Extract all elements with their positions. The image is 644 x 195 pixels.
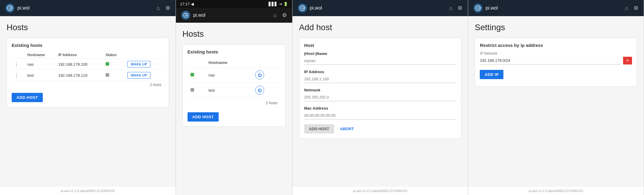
- status-signal: ▋▋▋ ⇥ 🔋: [269, 2, 288, 6]
- add-host-card: Host (Host-)Name IP Address Netmask: [299, 38, 462, 139]
- app-title-4: pi.wol: [485, 5, 498, 11]
- mobile-hosts-table: Hostname nas ⏻ test: [188, 58, 281, 108]
- hosts-card-1: Existing hosts Hostname IP Address Statu…: [7, 38, 169, 107]
- host-count-row-1: 2 hosts: [12, 81, 164, 89]
- mac-input[interactable]: [304, 112, 456, 119]
- col-hostname-1: Hostname: [25, 51, 56, 59]
- status-dot-test: [106, 73, 109, 77]
- app-logo-3: [298, 4, 307, 13]
- ip-network-row: ✕: [480, 57, 632, 65]
- wake-up-nas-button[interactable]: WAKE UP: [127, 61, 150, 67]
- page-title-mobile: Hosts: [182, 29, 286, 39]
- mac-field-group: Mac Address: [304, 106, 456, 119]
- content-3: Add host Host (Host-)Name IP Address Net…: [293, 16, 468, 186]
- col-status-m: [188, 58, 205, 67]
- add-host-button-1[interactable]: ADD HOST: [12, 93, 43, 102]
- page-title-3: Add host: [299, 23, 462, 32]
- topbar-3: pi.wol ⌂ ⚙: [293, 0, 468, 16]
- row-menu-test[interactable]: ⋮: [14, 73, 19, 78]
- host-ip-test: 192.168.178.110: [56, 70, 103, 81]
- abort-button[interactable]: ABORT: [337, 124, 357, 133]
- host-name-test: test: [25, 70, 56, 81]
- add-host-submit-button[interactable]: ADD HOST: [304, 124, 334, 133]
- desktop-hosts-panel: pi.wol ⌂ ⚙ Hosts Existing hosts Hostname…: [0, 0, 176, 195]
- form-actions: ADD HOST ABORT: [304, 124, 456, 133]
- topbar-icons-1: ⌂ ⚙: [157, 5, 170, 11]
- host-name-nas-m: nas: [205, 67, 252, 83]
- host-count-mobile: 2 hosts: [188, 98, 281, 108]
- topbar-4: pi.wol ⌂ ⚙: [468, 0, 644, 16]
- col-hostname-m: Hostname: [205, 58, 252, 67]
- ip-network-input[interactable]: [480, 57, 621, 65]
- app-logo-4: [474, 4, 482, 13]
- card-title-1: Existing hosts: [12, 43, 164, 48]
- host-ip-nas: 192.168.178.100: [56, 59, 103, 70]
- netmask-label: Netmask: [304, 88, 456, 92]
- status-dot-nas: [106, 62, 109, 66]
- settings-icon-3[interactable]: ⚙: [458, 5, 462, 11]
- mobile-topbar: 17:17 ◀ ▋▋▋ ⇥ 🔋 pi.wol ⌂ ⚙: [176, 0, 292, 23]
- mobile-topbar-left: pi.wol: [181, 11, 205, 20]
- table-row: ⋮ test 192.168.178.110 WAKE UP: [12, 70, 164, 81]
- status-time: 17:17 ◀: [180, 2, 194, 6]
- table-row: test ⏻: [188, 83, 281, 98]
- mobile-hosts-panel: 17:17 ◀ ▋▋▋ ⇥ 🔋 pi.wol ⌂ ⚙ Hosts Existin…: [176, 0, 293, 195]
- footer-4: pi-wol v1.2.0-alpha0005-23.639f4103: [468, 186, 644, 195]
- hostname-input[interactable]: [304, 57, 456, 65]
- row-menu-nas[interactable]: ⋮: [14, 62, 19, 67]
- page-title-4: Settings: [475, 23, 637, 32]
- col-menu-1: [12, 51, 25, 59]
- content-mobile: Hosts Existing hosts Hostname nas: [176, 23, 292, 195]
- mac-label: Mac Address: [304, 106, 456, 110]
- status-dot-nas-m: [191, 73, 194, 76]
- settings-icon-1[interactable]: ⚙: [165, 5, 170, 11]
- ip-network-group: IP Network ✕ ADD IP: [480, 51, 632, 79]
- home-icon-mobile[interactable]: ⌂: [273, 12, 277, 19]
- host-count-1: 2 hosts: [12, 81, 164, 89]
- wake-up-test-button[interactable]: WAKE UP: [127, 72, 150, 79]
- ip-field-group: IP Address: [304, 70, 456, 83]
- hosts-table-1: Hostname IP Address Status ⋮ nas 192.168…: [12, 51, 164, 89]
- app-logo-mobile: [181, 11, 190, 20]
- app-title-1: pi.wol: [17, 5, 30, 11]
- add-ip-button[interactable]: ADD IP: [480, 70, 503, 79]
- card-title-4: Restrict access by ip address: [480, 43, 632, 48]
- home-icon-1[interactable]: ⌂: [157, 5, 160, 11]
- mobile-topbar-icons: ⌂ ⚙: [273, 12, 287, 19]
- netmask-field-group: Netmask: [304, 88, 456, 101]
- topbar-left-4: pi.wol: [474, 4, 498, 13]
- ip-label: IP Address: [304, 70, 456, 74]
- content-4: Settings Restrict access by ip address I…: [468, 16, 644, 186]
- settings-icon-mobile[interactable]: ⚙: [282, 12, 287, 19]
- app-title-mobile: pi.wol: [193, 13, 205, 18]
- status-bar: 17:17 ◀ ▋▋▋ ⇥ 🔋: [176, 0, 292, 8]
- add-host-button-mobile[interactable]: ADD HOST: [188, 112, 219, 122]
- ip-input[interactable]: [304, 75, 456, 83]
- hosts-card-mobile: Existing hosts Hostname nas ⏻: [182, 44, 286, 127]
- host-name-nas: nas: [25, 59, 56, 70]
- hostname-field-group: (Host-)Name: [304, 51, 456, 65]
- app-logo-1: [5, 4, 14, 13]
- ip-network-label: IP Network: [480, 51, 632, 56]
- power-btn-test[interactable]: ⏻: [255, 86, 264, 95]
- table-row: nas ⏻: [188, 67, 281, 83]
- col-action-1: [125, 51, 164, 59]
- footer-3: pi-wol v1.2.0-alpha0005-23.639f4103: [293, 186, 468, 195]
- col-action-m: [252, 58, 280, 67]
- topbar-left-3: pi.wol: [298, 4, 322, 13]
- host-name-test-m: test: [205, 83, 252, 98]
- col-ip-1: IP Address: [56, 51, 103, 59]
- netmask-input[interactable]: [304, 93, 456, 101]
- host-count-row-mobile: 2 hosts: [188, 98, 281, 108]
- home-icon-3[interactable]: ⌂: [449, 5, 452, 11]
- power-btn-nas[interactable]: ⏻: [255, 70, 264, 79]
- status-dot-test-m: [191, 88, 194, 92]
- topbar-left-1: pi.wol: [5, 4, 30, 13]
- page-title-1: Hosts: [7, 23, 169, 32]
- settings-icon-4[interactable]: ⚙: [634, 5, 638, 11]
- topbar-1: pi.wol ⌂ ⚙: [0, 0, 176, 16]
- footer-1: pi-wol v1.2.0-alpha0005-23.639f4103: [0, 186, 176, 195]
- home-icon-4[interactable]: ⌂: [625, 5, 628, 11]
- col-status-1: Status: [103, 51, 125, 59]
- remove-ip-button[interactable]: ✕: [623, 57, 632, 65]
